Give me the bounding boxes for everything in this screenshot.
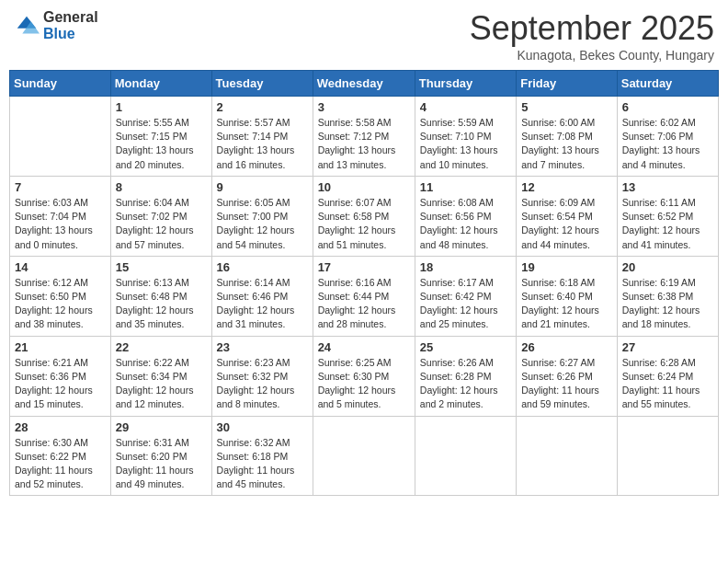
day-info: Sunrise: 6:09 AM Sunset: 6:54 PM Dayligh… — [521, 196, 612, 252]
day-number: 6 — [622, 100, 713, 114]
page-header: General Blue September 2025 Kunagota, Be… — [9, 9, 719, 63]
day-info: Sunrise: 6:07 AM Sunset: 6:58 PM Dayligh… — [318, 196, 410, 252]
day-info: Sunrise: 6:14 AM Sunset: 6:46 PM Dayligh… — [217, 276, 308, 332]
day-info: Sunrise: 6:00 AM Sunset: 7:08 PM Dayligh… — [521, 116, 612, 172]
day-of-week-header: Thursday — [415, 71, 516, 97]
calendar-table: SundayMondayTuesdayWednesdayThursdayFrid… — [9, 70, 719, 496]
day-info: Sunrise: 6:17 AM Sunset: 6:42 PM Dayligh… — [420, 276, 511, 332]
calendar-cell: 12Sunrise: 6:09 AM Sunset: 6:54 PM Dayli… — [517, 176, 618, 256]
day-info: Sunrise: 5:55 AM Sunset: 7:15 PM Dayligh… — [116, 116, 207, 172]
day-number: 14 — [15, 260, 106, 274]
day-info: Sunrise: 6:23 AM Sunset: 6:32 PM Dayligh… — [217, 356, 308, 412]
calendar-cell: 26Sunrise: 6:27 AM Sunset: 6:26 PM Dayli… — [517, 336, 618, 416]
calendar-cell: 3Sunrise: 5:58 AM Sunset: 7:12 PM Daylig… — [313, 97, 415, 177]
day-number: 18 — [420, 260, 511, 274]
title-block: September 2025 Kunagota, Bekes County, H… — [470, 9, 714, 63]
day-number: 26 — [521, 340, 612, 354]
location-subtitle: Kunagota, Bekes County, Hungary — [470, 48, 714, 63]
calendar-cell: 8Sunrise: 6:04 AM Sunset: 7:02 PM Daylig… — [110, 176, 211, 256]
day-number: 30 — [217, 420, 308, 434]
day-info: Sunrise: 6:25 AM Sunset: 6:30 PM Dayligh… — [318, 356, 410, 412]
calendar-cell: 30Sunrise: 6:32 AM Sunset: 6:18 PM Dayli… — [211, 416, 313, 496]
day-number: 25 — [420, 340, 511, 354]
day-number: 19 — [521, 260, 612, 274]
day-number: 12 — [521, 180, 612, 194]
calendar-week-row: 7Sunrise: 6:03 AM Sunset: 7:04 PM Daylig… — [10, 176, 719, 256]
day-info: Sunrise: 6:13 AM Sunset: 6:48 PM Dayligh… — [116, 276, 207, 332]
day-number: 29 — [116, 420, 207, 434]
day-number: 17 — [318, 260, 410, 274]
day-number: 8 — [116, 180, 207, 194]
day-number: 28 — [15, 420, 106, 434]
day-info: Sunrise: 5:59 AM Sunset: 7:10 PM Dayligh… — [420, 116, 511, 172]
calendar-cell — [10, 97, 111, 177]
calendar-cell: 20Sunrise: 6:19 AM Sunset: 6:38 PM Dayli… — [617, 256, 718, 336]
calendar-cell: 19Sunrise: 6:18 AM Sunset: 6:40 PM Dayli… — [517, 256, 618, 336]
calendar-cell: 2Sunrise: 5:57 AM Sunset: 7:14 PM Daylig… — [211, 97, 313, 177]
calendar-cell: 23Sunrise: 6:23 AM Sunset: 6:32 PM Dayli… — [211, 336, 313, 416]
calendar-cell: 18Sunrise: 6:17 AM Sunset: 6:42 PM Dayli… — [415, 256, 516, 336]
day-number: 10 — [318, 180, 410, 194]
day-info: Sunrise: 5:57 AM Sunset: 7:14 PM Dayligh… — [217, 116, 308, 172]
day-info: Sunrise: 6:28 AM Sunset: 6:24 PM Dayligh… — [622, 356, 713, 412]
day-info: Sunrise: 5:58 AM Sunset: 7:12 PM Dayligh… — [318, 116, 410, 172]
day-number: 24 — [318, 340, 410, 354]
calendar-week-row: 28Sunrise: 6:30 AM Sunset: 6:22 PM Dayli… — [10, 416, 719, 496]
logo-text: General Blue — [43, 9, 98, 41]
day-number: 9 — [217, 180, 308, 194]
calendar-cell: 7Sunrise: 6:03 AM Sunset: 7:04 PM Daylig… — [10, 176, 111, 256]
day-of-week-header: Friday — [517, 71, 618, 97]
day-info: Sunrise: 6:08 AM Sunset: 6:56 PM Dayligh… — [420, 196, 511, 252]
day-of-week-header: Tuesday — [211, 71, 313, 97]
day-info: Sunrise: 6:22 AM Sunset: 6:34 PM Dayligh… — [116, 356, 207, 412]
calendar-cell: 16Sunrise: 6:14 AM Sunset: 6:46 PM Dayli… — [211, 256, 313, 336]
day-info: Sunrise: 6:18 AM Sunset: 6:40 PM Dayligh… — [521, 276, 612, 332]
calendar-cell: 29Sunrise: 6:31 AM Sunset: 6:20 PM Dayli… — [110, 416, 211, 496]
day-number: 13 — [622, 180, 713, 194]
day-number: 4 — [420, 100, 511, 114]
logo-general-text: General — [43, 9, 98, 26]
calendar-week-row: 21Sunrise: 6:21 AM Sunset: 6:36 PM Dayli… — [10, 336, 719, 416]
calendar-week-row: 14Sunrise: 6:12 AM Sunset: 6:50 PM Dayli… — [10, 256, 719, 336]
day-number: 2 — [217, 100, 308, 114]
calendar-cell — [313, 416, 415, 496]
day-info: Sunrise: 6:30 AM Sunset: 6:22 PM Dayligh… — [15, 436, 106, 492]
calendar-cell: 1Sunrise: 5:55 AM Sunset: 7:15 PM Daylig… — [110, 97, 211, 177]
day-of-week-header: Wednesday — [313, 71, 415, 97]
calendar-cell: 22Sunrise: 6:22 AM Sunset: 6:34 PM Dayli… — [110, 336, 211, 416]
calendar-cell: 9Sunrise: 6:05 AM Sunset: 7:00 PM Daylig… — [211, 176, 313, 256]
day-info: Sunrise: 6:03 AM Sunset: 7:04 PM Dayligh… — [15, 196, 106, 252]
calendar-cell — [617, 416, 718, 496]
day-number: 27 — [622, 340, 713, 354]
calendar-cell: 14Sunrise: 6:12 AM Sunset: 6:50 PM Dayli… — [10, 256, 111, 336]
day-info: Sunrise: 6:04 AM Sunset: 7:02 PM Dayligh… — [116, 196, 207, 252]
logo: General Blue — [14, 9, 98, 41]
day-info: Sunrise: 6:27 AM Sunset: 6:26 PM Dayligh… — [521, 356, 612, 412]
calendar-cell: 24Sunrise: 6:25 AM Sunset: 6:30 PM Dayli… — [313, 336, 415, 416]
calendar-cell — [517, 416, 618, 496]
month-title: September 2025 — [470, 9, 714, 48]
calendar-body: 1Sunrise: 5:55 AM Sunset: 7:15 PM Daylig… — [10, 97, 719, 496]
calendar-cell: 15Sunrise: 6:13 AM Sunset: 6:48 PM Dayli… — [110, 256, 211, 336]
day-number: 7 — [15, 180, 106, 194]
day-number: 3 — [318, 100, 410, 114]
day-number: 21 — [15, 340, 106, 354]
calendar-cell: 17Sunrise: 6:16 AM Sunset: 6:44 PM Dayli… — [313, 256, 415, 336]
day-info: Sunrise: 6:21 AM Sunset: 6:36 PM Dayligh… — [15, 356, 106, 412]
logo-blue-text: Blue — [43, 26, 98, 42]
calendar-week-row: 1Sunrise: 5:55 AM Sunset: 7:15 PM Daylig… — [10, 97, 719, 177]
calendar-cell — [415, 416, 516, 496]
day-info: Sunrise: 6:02 AM Sunset: 7:06 PM Dayligh… — [622, 116, 713, 172]
day-number: 20 — [622, 260, 713, 274]
day-info: Sunrise: 6:26 AM Sunset: 6:28 PM Dayligh… — [420, 356, 511, 412]
day-number: 23 — [217, 340, 308, 354]
day-info: Sunrise: 6:31 AM Sunset: 6:20 PM Dayligh… — [116, 436, 207, 492]
day-info: Sunrise: 6:19 AM Sunset: 6:38 PM Dayligh… — [622, 276, 713, 332]
day-number: 16 — [217, 260, 308, 274]
day-info: Sunrise: 6:11 AM Sunset: 6:52 PM Dayligh… — [622, 196, 713, 252]
day-number: 22 — [116, 340, 207, 354]
day-info: Sunrise: 6:16 AM Sunset: 6:44 PM Dayligh… — [318, 276, 410, 332]
day-info: Sunrise: 6:05 AM Sunset: 7:00 PM Dayligh… — [217, 196, 308, 252]
calendar-cell: 5Sunrise: 6:00 AM Sunset: 7:08 PM Daylig… — [517, 97, 618, 177]
day-number: 15 — [116, 260, 207, 274]
